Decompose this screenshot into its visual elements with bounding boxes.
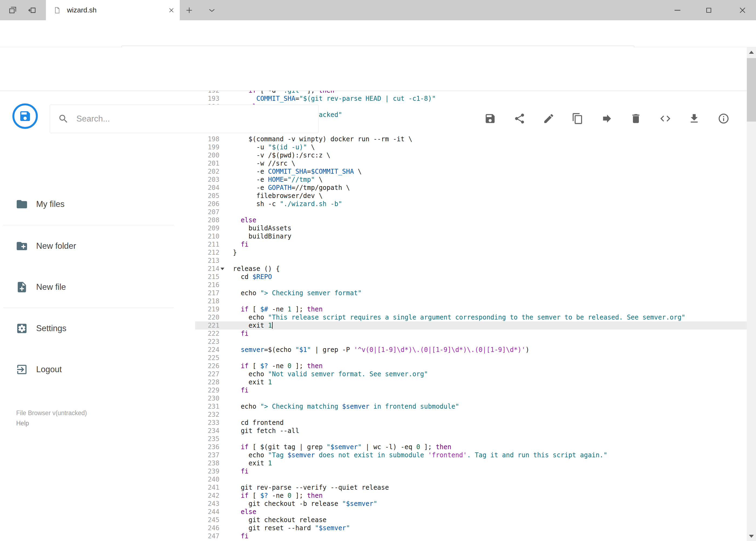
code-line[interactable]: 243 git checkout -b release "$semver": [195, 500, 747, 508]
code-text: git checkout -b release "$semver": [225, 500, 747, 508]
tab-preview-chevron-icon[interactable]: [206, 5, 217, 16]
code-text: -v /$(pwd):/src:z \: [225, 151, 747, 159]
create-new-folder-icon: [16, 240, 28, 252]
code-line[interactable]: 238 exit 1: [195, 459, 747, 467]
code-line[interactable]: 204 -e GOPATH=//tmp/gopath \: [195, 184, 747, 192]
code-line[interactable]: 219 if [ $# -ne 1 ]; then: [195, 305, 747, 313]
filebrowser-logo[interactable]: [12, 104, 38, 129]
code-line[interactable]: 203 -e HOME="//tmp" \: [195, 176, 747, 184]
tabs-preview-icon[interactable]: [26, 5, 38, 16]
code-text: fi: [225, 329, 747, 337]
help-link[interactable]: Help: [16, 418, 87, 428]
code-line[interactable]: 207: [195, 208, 747, 216]
sidebar-item-settings[interactable]: Settings: [16, 316, 161, 340]
code-line[interactable]: 234 git fetch --all: [195, 427, 747, 435]
page-icon: [54, 6, 61, 15]
sidebar-item-new-folder[interactable]: New folder: [16, 234, 161, 258]
code-line[interactable]: 218: [195, 297, 747, 305]
window-close-button[interactable]: [729, 0, 756, 20]
code-line[interactable]: 227 echo "Not valid semver format. See s…: [195, 370, 747, 378]
info-button[interactable]: [713, 108, 734, 129]
code-line[interactable]: 193 COMMIT_SHA="$(git rev-parse HEAD | c…: [195, 95, 747, 103]
fold-gutter: [219, 419, 225, 427]
fold-gutter: [219, 346, 225, 354]
code-line[interactable]: 215 cd $REPO: [195, 273, 747, 281]
address-bar-row: filebrowser.web/files/wizard.sh: [0, 20, 756, 47]
code-line[interactable]: 198 $(command -v winpty) docker run --rm…: [195, 135, 747, 143]
code-line[interactable]: 222 fi: [195, 329, 747, 337]
line-number: 216: [195, 281, 219, 289]
code-line[interactable]: 236 if [ $(git tag | grep "$semver" | wc…: [195, 443, 747, 451]
code-line[interactable]: 217 echo "> Checking semver format": [195, 289, 747, 297]
code-line[interactable]: 242 if [ $? -ne 0 ]; then: [195, 492, 747, 500]
code-line[interactable]: 214release () {: [195, 265, 747, 273]
new-tab-icon[interactable]: [183, 5, 195, 16]
code-line[interactable]: 228 exit 1: [195, 378, 747, 386]
sidebar-item-logout[interactable]: Logout: [16, 357, 161, 382]
code-line[interactable]: 208 else: [195, 216, 747, 224]
code-line[interactable]: 247 fi: [195, 532, 747, 540]
edit-button[interactable]: [539, 108, 559, 129]
code-line[interactable]: 235: [195, 435, 747, 443]
code-text: fi: [225, 467, 747, 475]
fold-gutter: [219, 483, 225, 492]
window-minimize-button[interactable]: [665, 0, 690, 20]
code-line[interactable]: 240: [195, 475, 747, 483]
code-line[interactable]: 226 if [ $? -ne 0 ]; then: [195, 362, 747, 370]
save-button[interactable]: [480, 108, 500, 129]
code-line[interactable]: 213: [195, 257, 747, 265]
sidebar-item-my-files[interactable]: My files: [16, 192, 161, 216]
code-text: [225, 281, 747, 289]
code-line[interactable]: 223: [195, 337, 747, 346]
code-line[interactable]: 232: [195, 410, 747, 419]
code-line[interactable]: 224 semver=$(echo "$1" | grep -P '^v(0|[…: [195, 346, 747, 354]
scroll-down-icon[interactable]: [747, 531, 756, 541]
set-tabs-aside-icon[interactable]: [7, 5, 18, 16]
search-input[interactable]: [76, 114, 310, 124]
code-line[interactable]: 205 filebrowser/dev \: [195, 192, 747, 200]
scroll-up-icon[interactable]: [747, 47, 756, 57]
code-line[interactable]: 241 git rev-parse --verify --quiet relea…: [195, 483, 747, 492]
code-line[interactable]: 230: [195, 394, 747, 402]
code-line[interactable]: 209 buildAssets: [195, 224, 747, 232]
code-text: -w //src \: [225, 159, 747, 168]
move-button[interactable]: [597, 108, 617, 129]
browser-tab[interactable]: wizard.sh: [46, 0, 180, 20]
code-line[interactable]: 206 sh -c "./wizard.sh -b": [195, 200, 747, 208]
code-line[interactable]: 244 else: [195, 508, 747, 516]
code-line[interactable]: 237 echo "Tag $semver does not exist in …: [195, 451, 747, 459]
code-editor[interactable]: 192 if [ -d ".git" ]; then193 COMMIT_SHA…: [195, 91, 747, 541]
source-code-button[interactable]: [655, 108, 675, 129]
code-line[interactable]: 210 buildBinary: [195, 232, 747, 241]
code-line[interactable]: 216: [195, 281, 747, 289]
code-line[interactable]: 201 -w //src \: [195, 159, 747, 168]
code-line[interactable]: 246 git reset --hard "$semver": [195, 524, 747, 532]
sidebar-item-new-file[interactable]: New file: [16, 275, 161, 299]
fold-marker-icon[interactable]: [219, 265, 225, 273]
window-maximize-button[interactable]: [696, 0, 721, 20]
code-line[interactable]: 233 cd frontend: [195, 419, 747, 427]
code-line[interactable]: 200 -v /$(pwd):/src:z \: [195, 151, 747, 159]
code-line[interactable]: 199 -u "$(id -u)" \: [195, 143, 747, 151]
code-line[interactable]: 221 exit 1: [195, 321, 747, 329]
code-line[interactable]: 225: [195, 354, 747, 362]
line-number: 201: [195, 159, 219, 168]
vertical-scrollbar[interactable]: [747, 47, 756, 541]
line-number: 237: [195, 451, 219, 459]
code-line[interactable]: 192 if [ -d ".git" ]; then: [195, 91, 747, 95]
tab-close-icon[interactable]: [168, 7, 175, 14]
scrollbar-thumb[interactable]: [747, 58, 756, 122]
download-button[interactable]: [684, 108, 704, 129]
delete-button[interactable]: [626, 108, 646, 129]
share-button[interactable]: [509, 108, 530, 129]
code-line[interactable]: 212}: [195, 249, 747, 257]
code-line[interactable]: 220 echo "This release script requires a…: [195, 313, 747, 321]
code-line[interactable]: 211 fi: [195, 241, 747, 249]
line-number: 205: [195, 192, 219, 200]
code-line[interactable]: 245 git checkout release: [195, 516, 747, 524]
code-line[interactable]: 231 echo "> Checking matching $semver in…: [195, 402, 747, 410]
copy-button[interactable]: [567, 108, 588, 129]
code-line[interactable]: 239 fi: [195, 467, 747, 475]
code-line[interactable]: 202 -e COMMIT_SHA=$COMMIT_SHA \: [195, 168, 747, 176]
code-line[interactable]: 229 fi: [195, 386, 747, 394]
